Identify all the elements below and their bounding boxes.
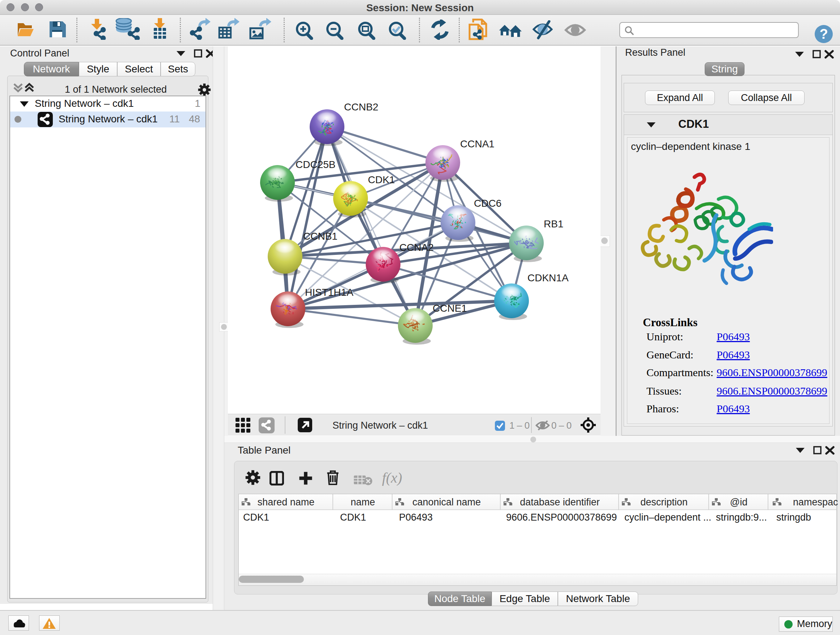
svg-text:CDK1: CDK1 (368, 174, 395, 185)
svg-text:CCNB1: CCNB1 (303, 231, 338, 242)
svg-text:HIST1H1A: HIST1H1A (305, 287, 354, 298)
svg-text:CCNE1: CCNE1 (433, 302, 467, 314)
svg-text:CCNA1: CCNA1 (460, 138, 494, 149)
svg-text:CDC25B: CDC25B (295, 159, 335, 170)
svg-text:CDKN1A: CDKN1A (527, 272, 569, 283)
svg-text:RB1: RB1 (544, 218, 563, 230)
svg-text:CCNB2: CCNB2 (344, 101, 378, 112)
svg-text:CDC6: CDC6 (474, 198, 501, 209)
svg-text:CCNA2: CCNA2 (399, 242, 434, 253)
